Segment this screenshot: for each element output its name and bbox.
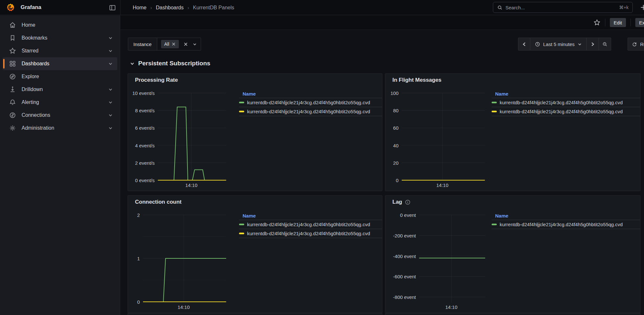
sidebar-item-explore[interactable]: Explore (3, 70, 117, 83)
toolbar-divider (605, 19, 605, 26)
chevron-down-icon (108, 87, 113, 92)
sidebar-item-administration[interactable]: Administration (3, 122, 117, 134)
toolbar-divider (630, 19, 631, 26)
instance-filter-value[interactable]: All (157, 38, 201, 50)
sidebar-item-dashboards[interactable]: Dashboards (3, 57, 117, 70)
legend-table: Name kurrentdb-d24f4hljjcle21j4r3cg.d24f… (239, 89, 382, 116)
info-icon[interactable] (405, 199, 410, 205)
panel-header[interactable]: Lag (392, 199, 410, 205)
clear-filter-icon[interactable] (183, 42, 188, 47)
bookmark-icon (9, 34, 16, 42)
legend-table: Name kurrentdb-d24f4hljjcle21j4r3cg.d24f… (492, 211, 640, 229)
section-persistent-subscriptions[interactable]: Persistent Subscriptions (130, 60, 210, 67)
chevron-left-icon (522, 42, 527, 47)
gear-icon (9, 125, 16, 132)
time-series-plot[interactable] (419, 215, 485, 303)
top-navbar: Grafana Home › Dashboards › KurrentDB Pa… (0, 0, 644, 15)
series-color-swatch (492, 111, 497, 112)
legend-name-header[interactable]: Name (239, 211, 382, 220)
legend-table: Name kurrentdb-d24f4hljjcle21j4r3cg.d24f… (239, 211, 382, 238)
chevron-down-icon[interactable] (193, 42, 197, 46)
series-color-swatch (239, 224, 244, 225)
sidebar-nav: Home Bookmarks Starred Dashboards Explor… (0, 15, 120, 315)
panel-processing-rate: Processing Rate 10 event/s 8 event/s 6 e… (128, 73, 382, 191)
panel-lag: Lag 0 event -200 event -400 event -600 e… (385, 195, 640, 313)
export-button[interactable]: Export (635, 18, 644, 27)
topbar-divider (120, 0, 120, 15)
add-icon[interactable] (640, 4, 644, 11)
clock-icon (535, 42, 540, 47)
time-back-button[interactable] (518, 38, 530, 51)
chevron-down-icon (108, 100, 113, 105)
chevron-down-icon (108, 61, 113, 66)
instance-filter-chip[interactable]: All (161, 40, 179, 48)
zoom-out-icon (602, 42, 608, 47)
chevron-down-icon (108, 49, 113, 53)
breadcrumb-separator: › (187, 5, 189, 10)
time-series-plot[interactable] (143, 215, 226, 302)
chevron-down-icon (108, 126, 113, 130)
drilldown-icon (9, 86, 16, 93)
chevron-down-icon (130, 61, 135, 66)
legend-row[interactable]: kurrentdb-d24f4hljjcle21j4r3cg.d24f4h5g0… (492, 98, 640, 107)
legend-row[interactable]: kurrentdb-d24f4hljjcle21j4r3cg.d24f4h5g0… (239, 220, 382, 229)
next-row-panel-edge (128, 313, 382, 315)
legend-name-header[interactable]: Name (492, 211, 640, 220)
chevron-right-icon (590, 42, 595, 47)
series-color-swatch (239, 233, 244, 234)
time-range-picker[interactable]: Last 5 minutes (530, 38, 587, 51)
instance-filter: Instance All (128, 38, 201, 51)
legend-row[interactable]: kurrentdb-d24f4hljjcle21j4r3cg.d24f4h5g0… (492, 220, 640, 229)
sidebar-item-home[interactable]: Home (3, 19, 117, 32)
legend-row[interactable]: kurrentdb-d24f4hljjcle21j4r3cg.d24f4h5g0… (492, 107, 640, 116)
panel-header[interactable]: In Flight Messages (392, 77, 441, 83)
breadcrumb-home[interactable]: Home (133, 5, 147, 11)
chevron-down-icon (108, 113, 113, 117)
refresh-icon (632, 42, 637, 47)
star-icon (9, 47, 16, 54)
zoom-out-button[interactable] (599, 38, 611, 51)
breadcrumb-separator: › (150, 5, 152, 10)
connections-link-icon (9, 112, 16, 119)
sidebar-item-bookmarks[interactable]: Bookmarks (3, 32, 117, 44)
legend-row[interactable]: kurrentdb-d24f4hljjcle21j4r3cg.d24f4h5g0… (239, 98, 382, 107)
next-row-panel-edge (385, 313, 640, 315)
search-box[interactable]: ⌘+k (493, 2, 633, 13)
bell-icon (9, 99, 16, 106)
dashboard-content: Instance All Last 5 minutes (120, 30, 644, 315)
search-input[interactable] (505, 5, 616, 10)
sidebar-toggle-icon[interactable] (109, 4, 116, 11)
star-icon[interactable] (593, 19, 601, 26)
dashboard-toolbar: Edit Export (120, 15, 644, 30)
compass-icon (9, 73, 16, 80)
grafana-logo-icon[interactable] (6, 3, 15, 12)
remove-value-icon[interactable] (172, 42, 176, 46)
home-icon (9, 22, 16, 29)
legend-table: Name kurrentdb-d24f4hljjcle21j4r3cg.d24f… (492, 89, 640, 116)
time-forward-button[interactable] (587, 38, 599, 51)
legend-name-header[interactable]: Name (492, 89, 640, 98)
brand-title: Grafana (21, 4, 41, 11)
breadcrumb: Home › Dashboards › KurrentDB Panels (133, 0, 234, 15)
refresh-button[interactable]: Refresh (628, 38, 644, 51)
sidebar-item-starred[interactable]: Starred (3, 44, 117, 57)
sidebar-item-connections[interactable]: Connections (3, 109, 117, 122)
dashboards-grid-icon (9, 60, 16, 67)
legend-name-header[interactable]: Name (239, 89, 382, 98)
search-icon (497, 5, 503, 10)
edit-button[interactable]: Edit (610, 18, 626, 27)
sidebar-item-drilldown[interactable]: Drilldown (3, 83, 117, 96)
legend-row[interactable]: kurrentdb-d24f4hljjcle21j4r3cg.d24f4h5g0… (239, 229, 382, 238)
chevron-down-icon (578, 42, 582, 46)
chevron-down-icon (108, 36, 113, 40)
legend-row[interactable]: kurrentdb-d24f4hljjcle21j4r3cg.d24f4h5g0… (239, 107, 382, 116)
sidebar-item-alerting[interactable]: Alerting (3, 96, 117, 109)
panel-in-flight-messages: In Flight Messages 100 80 60 40 20 0 14:… (385, 73, 640, 191)
time-series-plot[interactable] (158, 93, 226, 180)
panel-header[interactable]: Processing Rate (135, 77, 178, 83)
breadcrumb-dashboards[interactable]: Dashboards (156, 5, 184, 11)
panel-header[interactable]: Connection count (135, 199, 181, 205)
series-color-swatch (492, 102, 497, 103)
series-color-swatch (239, 111, 244, 112)
time-series-plot[interactable] (402, 93, 485, 180)
